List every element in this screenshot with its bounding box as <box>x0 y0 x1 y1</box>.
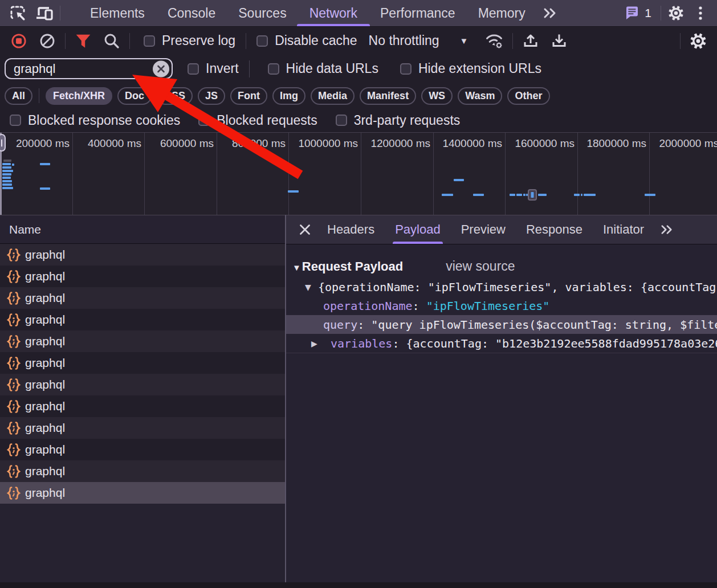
disable-cache-checkbox[interactable] <box>256 35 268 47</box>
export-har-button[interactable] <box>545 28 573 54</box>
hide-data-urls-label: Hide data URLs <box>286 61 378 76</box>
payload-query-line[interactable]: query: "query ipFlowTimeseries($accountT… <box>286 315 717 334</box>
type-chip-wasm[interactable]: Wasm <box>458 87 502 105</box>
more-details-tabs-button[interactable] <box>654 224 679 235</box>
inspect-element-button[interactable] <box>4 0 31 27</box>
payload-root-line[interactable]: ▼{operationName: "ipFlowTimeseries", var… <box>286 277 717 296</box>
panel-tab-network[interactable]: Network <box>298 0 369 26</box>
customize-devtools-button[interactable] <box>690 0 711 27</box>
filter-toggle-button[interactable] <box>69 28 97 54</box>
record-network-log-button[interactable] <box>5 28 33 54</box>
network-settings-button[interactable] <box>684 28 712 54</box>
waterfall-mark <box>538 194 547 196</box>
view-source-link[interactable]: view source <box>446 259 515 274</box>
disable-cache-toggle[interactable]: Disable cache <box>250 33 364 48</box>
payload-operation-name-line[interactable]: operationName: "ipFlowTimeseries" <box>286 296 717 315</box>
timeline-tick-label: 1000000 ms <box>298 137 358 150</box>
payload-variables-line[interactable]: ▶variables: {accountTag: "b12e3b2192ee55… <box>286 334 717 353</box>
pane-divider[interactable] <box>285 215 286 582</box>
toolbar-divider <box>249 60 250 77</box>
throttling-select[interactable]: No throttling ▼ <box>364 33 473 48</box>
invert-checkbox[interactable] <box>188 63 199 75</box>
hide-extension-urls-label: Hide extension URLs <box>418 61 541 76</box>
payload-tree: ▼{operationName: "ipFlowTimeseries", var… <box>286 277 717 353</box>
json-braces-icon <box>7 312 21 328</box>
details-tab-initiator[interactable]: Initiator <box>593 215 654 244</box>
checkbox[interactable] <box>336 115 347 126</box>
type-chip-fetch-xhr[interactable]: Fetch/XHR <box>46 87 112 105</box>
clear-network-log-button[interactable] <box>33 28 62 54</box>
close-details-button[interactable] <box>293 218 317 242</box>
request-payload-section-header[interactable]: ▼ Request Payload view source <box>286 244 717 277</box>
clear-filter-button[interactable] <box>153 60 169 77</box>
type-chip-ws[interactable]: WS <box>421 87 453 105</box>
timeline-tick-label: 1600000 ms <box>515 137 575 150</box>
request-row[interactable]: graphql <box>0 395 285 417</box>
import-har-button[interactable] <box>516 28 545 54</box>
request-payload-title: Request Payload <box>302 259 403 274</box>
type-chip-js[interactable]: JS <box>198 87 225 105</box>
type-chip-css[interactable]: CSS <box>157 87 193 105</box>
request-row[interactable]: graphql <box>0 287 285 309</box>
preserve-log-toggle[interactable]: Preserve log <box>137 33 242 48</box>
details-tab-payload[interactable]: Payload <box>385 215 451 244</box>
type-chip-manifest[interactable]: Manifest <box>360 87 416 105</box>
request-row[interactable]: graphql <box>0 439 285 460</box>
panel-tab-elements[interactable]: Elements <box>79 0 156 26</box>
toggle-device-toolbar-button[interactable] <box>31 0 59 27</box>
waterfall-mark <box>442 194 453 196</box>
overview-resize-handle[interactable] <box>0 134 6 152</box>
search-network-button[interactable] <box>97 28 126 54</box>
close-icon <box>299 224 311 235</box>
type-chip-img[interactable]: Img <box>272 87 305 105</box>
request-row[interactable]: graphql <box>0 417 285 439</box>
network-overview-timeline[interactable]: 200000 ms400000 ms600000 ms800000 ms1000… <box>0 132 717 215</box>
request-name: graphql <box>25 313 65 326</box>
blocking-toggle-blocked-requests[interactable]: Blocked requests <box>192 113 324 128</box>
panel-tab-performance[interactable]: Performance <box>369 0 467 26</box>
checkbox[interactable] <box>10 115 21 126</box>
request-row[interactable]: graphql <box>0 244 285 266</box>
request-row[interactable]: graphql <box>0 482 285 504</box>
request-row[interactable]: graphql <box>0 374 285 395</box>
preserve-log-checkbox[interactable] <box>144 35 155 47</box>
hide-extension-urls-checkbox[interactable] <box>400 63 412 75</box>
timeline-tick-label: 1800000 ms <box>586 137 646 150</box>
details-tab-headers[interactable]: Headers <box>317 215 385 244</box>
panel-tab-console[interactable]: Console <box>156 0 227 26</box>
network-conditions-button[interactable] <box>480 28 509 54</box>
blocking-toggle-blocked-response-cookies[interactable]: Blocked response cookies <box>3 113 187 128</box>
details-tab-preview[interactable]: Preview <box>451 215 516 244</box>
settings-button[interactable] <box>662 0 690 27</box>
panel-tab-memory[interactable]: Memory <box>467 0 537 26</box>
payload-key: variables <box>331 337 392 350</box>
type-chip-font[interactable]: Font <box>230 87 267 105</box>
request-row[interactable]: graphql <box>0 460 285 482</box>
request-row[interactable]: graphql <box>0 330 285 352</box>
invert-filter-toggle[interactable]: Invert <box>181 61 246 76</box>
panel-tab-sources[interactable]: Sources <box>227 0 298 26</box>
request-row[interactable]: graphql <box>0 352 285 374</box>
request-row[interactable]: graphql <box>0 266 285 287</box>
type-chip-other[interactable]: Other <box>507 87 549 105</box>
preserve-log-label: Preserve log <box>162 33 235 48</box>
blocking-toggle-3rd-party-requests[interactable]: 3rd-party requests <box>329 113 467 128</box>
name-column-header[interactable]: Name <box>0 215 285 244</box>
type-chip-doc[interactable]: Doc <box>117 87 152 105</box>
request-row[interactable]: graphql <box>0 309 285 330</box>
issues-counter[interactable]: 1 <box>617 6 659 21</box>
filter-input[interactable]: graphql <box>5 58 173 79</box>
request-name: graphql <box>25 248 65 262</box>
more-panels-button[interactable] <box>537 7 563 19</box>
invert-label: Invert <box>206 61 239 76</box>
hide-extension-urls-toggle[interactable]: Hide extension URLs <box>393 61 548 76</box>
details-tab-response[interactable]: Response <box>516 215 593 244</box>
timeline-gridline <box>577 133 578 215</box>
checkbox[interactable] <box>198 115 210 126</box>
hide-data-urls-checkbox[interactable] <box>268 63 279 75</box>
network-toolbar-right <box>677 28 712 54</box>
hide-data-urls-toggle[interactable]: Hide data URLs <box>261 61 385 76</box>
type-chip-media[interactable]: Media <box>311 87 355 105</box>
search-icon <box>103 32 120 50</box>
type-chip-all[interactable]: All <box>5 87 32 105</box>
